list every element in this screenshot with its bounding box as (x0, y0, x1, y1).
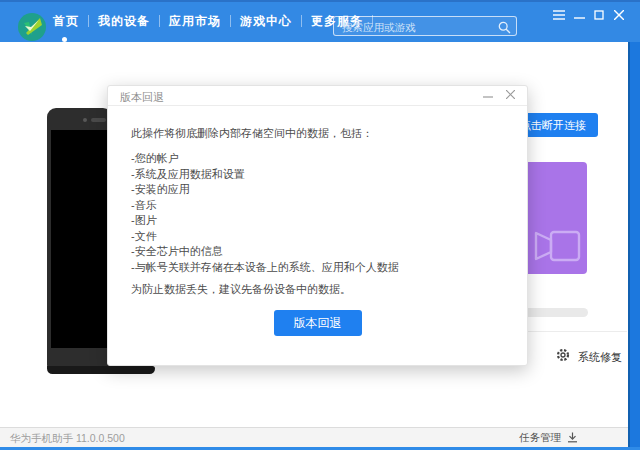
menu-icon[interactable] (553, 9, 565, 21)
list-item: -安装的应用 (131, 182, 504, 198)
search-input[interactable] (340, 17, 494, 37)
phone-image (47, 108, 112, 374)
download-icon (567, 432, 578, 445)
system-repair-label: 系统修复 (578, 350, 622, 365)
close-icon[interactable] (613, 9, 625, 21)
system-repair-action[interactable]: 系统修复 (556, 348, 622, 366)
dialog-body: 此操作将彻底删除内部存储空间中的数据，包括： -您的帐户 -系统及应用数据和设置… (108, 106, 527, 336)
dialog-controls (481, 88, 517, 101)
phone-bottom-edge (47, 366, 155, 374)
search-icon[interactable] (498, 20, 511, 38)
nav-separator (88, 15, 89, 27)
phone-speaker-slit (91, 118, 106, 122)
gear-icon (556, 348, 570, 366)
task-manager-label: 任务管理 (519, 431, 561, 445)
list-item: -文件 (131, 229, 504, 245)
search-box (333, 16, 517, 36)
dialog-data-list: -您的帐户 -系统及应用数据和设置 -安装的应用 -音乐 -图片 -文件 -安全… (131, 151, 504, 275)
version-rollback-button[interactable]: 版本回退 (274, 310, 362, 336)
app-window: 首页 我的设备 应用市场 游戏中心 更多服务 (0, 0, 640, 450)
background-window-right-strip (628, 42, 640, 450)
nav-home[interactable]: 首页 (53, 13, 79, 30)
hisuite-logo-icon (18, 13, 46, 41)
window-controls (553, 9, 625, 21)
status-bar: 华为手机助手 11.0.0.500 任务管理 (0, 427, 628, 447)
list-item: -您的帐户 (131, 151, 504, 167)
nav-separator (159, 15, 160, 27)
top-navigation-bar: 首页 我的设备 应用市场 游戏中心 更多服务 (0, 0, 640, 42)
list-item: -系统及应用数据和设置 (131, 167, 504, 183)
dialog-intro-text: 此操作将彻底删除内部存储空间中的数据，包括： (131, 126, 504, 140)
minimize-icon[interactable] (573, 9, 585, 21)
nav-my-device[interactable]: 我的设备 (98, 13, 150, 30)
nav-separator (230, 15, 231, 27)
phone-camera-dot (83, 118, 87, 122)
list-item: -安全芯片中的信息 (131, 244, 504, 260)
maximize-icon[interactable] (593, 9, 605, 21)
nav-game-center[interactable]: 游戏中心 (240, 13, 292, 30)
dialog-close-icon[interactable] (504, 88, 517, 101)
dialog-title: 版本回退 (120, 90, 164, 105)
list-item: -图片 (131, 213, 504, 229)
task-manager-action[interactable]: 任务管理 (519, 431, 578, 445)
version-rollback-dialog: 版本回退 此操作将彻底删除内部存储空间中的数据，包括： -您的帐户 -系统及应用… (107, 85, 528, 366)
app-version-text: 华为手机助手 11.0.0.500 (10, 432, 125, 446)
list-item: -音乐 (131, 198, 504, 214)
list-item: -与帐号关联并存储在本设备上的系统、应用和个人数据 (131, 260, 504, 276)
dialog-titlebar: 版本回退 (108, 86, 527, 106)
nav-app-market[interactable]: 应用市场 (169, 13, 221, 30)
phone-screen (51, 130, 112, 348)
dialog-note-text: 为防止数据丢失，建议先备份设备中的数据。 (131, 282, 504, 296)
nav-separator (301, 15, 302, 27)
dialog-minimize-icon[interactable] (481, 88, 494, 101)
